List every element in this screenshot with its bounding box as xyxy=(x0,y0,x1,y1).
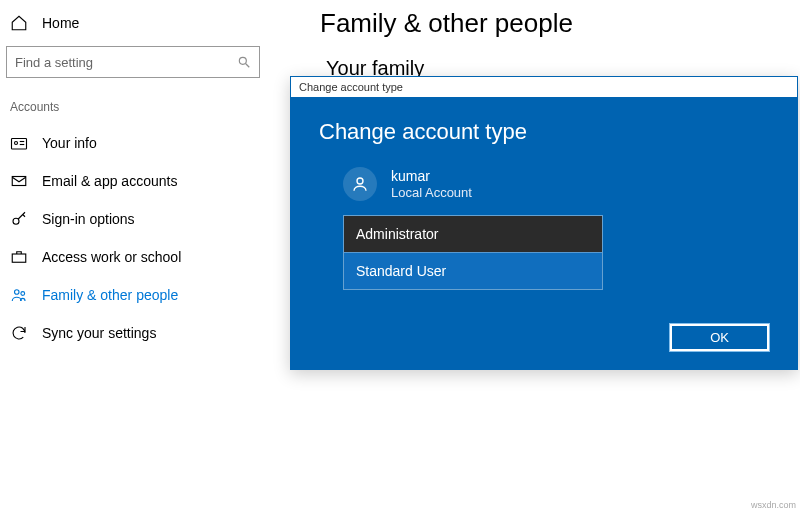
dialog-user-row: kumar Local Account xyxy=(343,167,769,201)
dialog-titlebar[interactable]: Change account type xyxy=(291,77,797,97)
sidebar-item-signin[interactable]: Sign-in options xyxy=(0,200,270,238)
sync-icon xyxy=(10,324,28,342)
sidebar-item-family[interactable]: Family & other people xyxy=(0,276,270,314)
search-input[interactable]: Find a setting xyxy=(6,46,260,78)
dialog-footer: OK xyxy=(319,324,769,351)
nav-label: Your info xyxy=(42,135,97,151)
settings-sidebar: Home Find a setting Accounts Your info E… xyxy=(0,0,270,352)
sidebar-item-sync[interactable]: Sync your settings xyxy=(0,314,270,352)
briefcase-icon xyxy=(10,248,28,266)
people-icon xyxy=(10,286,28,304)
option-administrator[interactable]: Administrator xyxy=(344,216,602,252)
search-icon xyxy=(237,55,251,69)
nav-label: Access work or school xyxy=(42,249,181,265)
svg-line-1 xyxy=(246,64,250,68)
nav-label: Family & other people xyxy=(42,287,178,303)
svg-point-12 xyxy=(357,178,363,184)
dialog-heading: Change account type xyxy=(319,119,769,145)
svg-rect-2 xyxy=(12,139,27,150)
page-title: Family & other people xyxy=(320,8,800,39)
sidebar-item-your-info[interactable]: Your info xyxy=(0,124,270,162)
home-icon xyxy=(10,14,28,32)
sidebar-item-work[interactable]: Access work or school xyxy=(0,238,270,276)
svg-point-0 xyxy=(239,57,246,64)
mail-icon xyxy=(10,172,28,190)
key-icon xyxy=(10,210,28,228)
svg-point-3 xyxy=(15,142,18,145)
search-placeholder: Find a setting xyxy=(15,55,93,70)
change-account-type-dialog: Change account type Change account type … xyxy=(290,76,798,370)
ok-button[interactable]: OK xyxy=(670,324,769,351)
watermark: wsxdn.com xyxy=(751,500,796,510)
dialog-user-subtitle: Local Account xyxy=(391,185,472,201)
person-card-icon xyxy=(10,134,28,152)
svg-point-9 xyxy=(15,290,20,295)
nav-label: Sign-in options xyxy=(42,211,135,227)
home-link[interactable]: Home xyxy=(0,10,270,46)
svg-point-7 xyxy=(13,218,19,224)
sidebar-item-email[interactable]: Email & app accounts xyxy=(0,162,270,200)
avatar xyxy=(343,167,377,201)
option-standard-user[interactable]: Standard User xyxy=(344,252,602,289)
svg-point-10 xyxy=(21,292,25,296)
nav-label: Email & app accounts xyxy=(42,173,177,189)
nav-label: Sync your settings xyxy=(42,325,156,341)
dialog-body: Change account type kumar Local Account … xyxy=(291,97,797,369)
section-label: Accounts xyxy=(0,100,270,124)
account-type-dropdown[interactable]: Administrator Standard User xyxy=(343,215,603,290)
svg-rect-6 xyxy=(12,177,26,186)
home-label: Home xyxy=(42,15,79,31)
person-icon xyxy=(351,175,369,193)
dialog-user-name: kumar xyxy=(391,168,472,185)
svg-rect-8 xyxy=(12,254,26,262)
